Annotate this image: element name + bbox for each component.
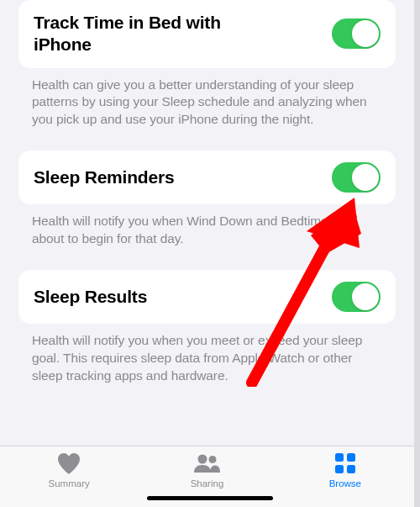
svg-rect-2 bbox=[335, 453, 344, 462]
home-indicator[interactable] bbox=[147, 496, 273, 500]
svg-rect-4 bbox=[335, 465, 344, 473]
sleep-results-footer: Health will notify you when you meet or … bbox=[0, 324, 414, 385]
scrollbar-track bbox=[414, 0, 420, 507]
settings-scroll[interactable]: Track Time in Bed with iPhone Health can… bbox=[0, 0, 414, 446]
track-time-footer: Health can give you a better understandi… bbox=[0, 68, 414, 129]
toggle-knob bbox=[352, 283, 379, 310]
toggle-knob bbox=[352, 164, 379, 191]
tab-summary[interactable]: Summary bbox=[18, 452, 119, 507]
section-track-time: Track Time in Bed with iPhone Health can… bbox=[0, 0, 414, 129]
section-sleep-reminders: Sleep Reminders Health will notify you w… bbox=[0, 151, 414, 248]
card-sleep-reminders: Sleep Reminders bbox=[18, 151, 396, 204]
people-icon bbox=[192, 452, 222, 475]
svg-rect-5 bbox=[347, 465, 355, 473]
card-track-time: Track Time in Bed with iPhone bbox=[18, 0, 396, 68]
section-sleep-results: Sleep Results Health will notify you whe… bbox=[0, 270, 414, 385]
svg-point-0 bbox=[198, 455, 207, 464]
toggle-knob bbox=[352, 20, 379, 47]
svg-point-1 bbox=[209, 456, 217, 463]
sleep-results-toggle[interactable] bbox=[332, 282, 381, 312]
tab-sharing-label: Sharing bbox=[191, 478, 224, 489]
tab-browse-label: Browse bbox=[329, 478, 361, 489]
track-time-title: Track Time in Bed with iPhone bbox=[34, 12, 252, 56]
tab-summary-label: Summary bbox=[49, 478, 90, 489]
svg-rect-3 bbox=[347, 453, 355, 462]
heart-icon bbox=[56, 452, 81, 475]
tab-browse[interactable]: Browse bbox=[295, 452, 396, 507]
track-time-toggle[interactable] bbox=[332, 18, 381, 49]
sleep-reminders-footer: Health will notify you when Wind Down an… bbox=[0, 204, 414, 248]
sleep-reminders-title: Sleep Reminders bbox=[34, 166, 174, 188]
sleep-reminders-toggle[interactable] bbox=[332, 162, 381, 193]
sleep-results-title: Sleep Results bbox=[34, 286, 147, 308]
grid-icon bbox=[334, 452, 356, 475]
card-sleep-results: Sleep Results bbox=[18, 270, 396, 324]
